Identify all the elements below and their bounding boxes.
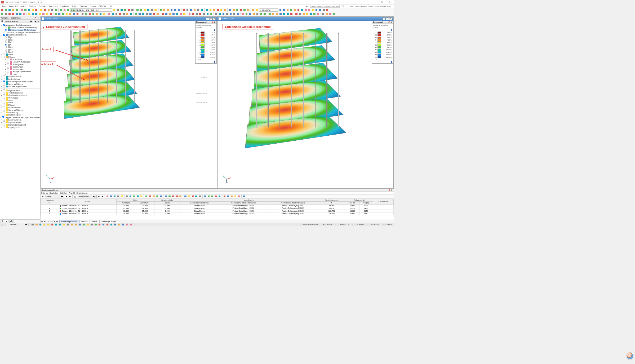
- tb2-btn-46[interactable]: [176, 12, 179, 16]
- navigator-close-icon[interactable]: ✕: [37, 17, 39, 19]
- label-b-3[interactable]: Verformung: [8, 97, 18, 99]
- tb2-btn-49[interactable]: [188, 12, 191, 16]
- bt-icon-1[interactable]: [109, 195, 113, 198]
- bt-icon-7[interactable]: [132, 195, 136, 198]
- status-icon-21[interactable]: [114, 223, 117, 226]
- sp-right-close-icon[interactable]: ✕: [390, 21, 392, 23]
- tb1-btn-b22[interactable]: [197, 8, 200, 12]
- bt-icon-31[interactable]: [227, 195, 230, 198]
- th-zoben[interactable]: Zoben [m]: [117, 202, 135, 204]
- radio-3d[interactable]: [5, 26, 7, 29]
- tb2-btn-52[interactable]: [199, 12, 202, 16]
- view-left-canvas[interactable]: Ergebnisse 2D-Berechnung Regelgeschoss 2…: [41, 21, 217, 188]
- label-b-11[interactable]: Rippen - Effektiver Beitrag auf Fläche/S…: [6, 117, 40, 118]
- close-button[interactable]: ✕: [386, 0, 392, 4]
- tb2-btn-33[interactable]: [126, 12, 129, 16]
- bt-icon-19[interactable]: [179, 195, 182, 198]
- legend-slider-top[interactable]: [391, 29, 392, 31]
- status-icon-19[interactable]: [106, 223, 109, 226]
- th-name[interactable]: Name: [59, 199, 117, 204]
- tb1-btn-b2[interactable]: [120, 8, 123, 12]
- label-b-9[interactable]: Abmessung: [8, 112, 18, 113]
- bt-icon-17[interactable]: [171, 195, 175, 198]
- tb2-btn-47[interactable]: [179, 12, 182, 16]
- tb2-btn-9[interactable]: [35, 12, 38, 16]
- status-icon-0[interactable]: [31, 223, 34, 226]
- tb1-btn-b30[interactable]: [228, 8, 232, 12]
- label-o-2[interactable]: Flächenergebnisanpassungen: [8, 81, 33, 82]
- bt-combo-gebaeude[interactable]: Gebäudemodell: [77, 195, 97, 198]
- tb1-btn-2[interactable]: [8, 8, 11, 12]
- label-|u|[interactable]: |u|: [10, 37, 12, 38]
- status-icon-23[interactable]: [122, 223, 125, 226]
- radio-2d[interactable]: [5, 29, 7, 31]
- table-row[interactable]: 7 Zoben : -24.000 m | ΔZ : 3.000 m -24.0…: [41, 204, 394, 207]
- chk-Schnittgrößen[interactable]: [7, 63, 9, 65]
- label-b-14[interactable]: Steifigkeitsmittelpunkt: [8, 124, 26, 126]
- tb2-btn-75[interactable]: [286, 12, 289, 16]
- tb1-btn-16[interactable]: [63, 8, 66, 12]
- maximize-button[interactable]: ☐: [379, 0, 385, 4]
- bt-icon-34[interactable]: [237, 195, 241, 198]
- chk-b-2[interactable]: [3, 94, 5, 96]
- chk-b-3[interactable]: [3, 97, 5, 99]
- radio-uX[interactable]: [5, 39, 7, 41]
- tb1-btn-b36[interactable]: [251, 8, 255, 12]
- tb2-btn-35[interactable]: [134, 12, 137, 16]
- menu-zuordnen[interactable]: Zuordnen: [37, 5, 48, 7]
- menu-berechnen[interactable]: Berechnen: [48, 5, 59, 7]
- chk-b-12[interactable]: [3, 119, 5, 121]
- menu-einfuegen[interactable]: Einfügen: [28, 5, 38, 7]
- tb1-btn-4[interactable]: [15, 8, 18, 12]
- tb2-btn-58[interactable]: [222, 12, 225, 16]
- bottom-pin-icon[interactable]: 📌: [388, 189, 390, 191]
- tb2-btn-87[interactable]: [332, 12, 336, 16]
- tab-nav-first[interactable]: ⏮: [41, 220, 43, 223]
- view-left-min-button[interactable]: ─: [206, 17, 209, 20]
- bt-icon-21[interactable]: [187, 195, 190, 198]
- bt-icon-8[interactable]: [136, 195, 139, 198]
- tb2-btn-6[interactable]: [22, 12, 25, 16]
- label-b-0[interactable]: Ergebniswerte: [8, 90, 20, 91]
- legend-slider-bottom[interactable]: [391, 61, 392, 63]
- tb1-btn-c4[interactable]: [293, 8, 296, 12]
- status-icon-4[interactable]: [47, 223, 50, 226]
- label-b-5[interactable]: Stäbe: [8, 102, 13, 104]
- menu-datei[interactable]: Datei: [1, 5, 8, 7]
- tb1-btn-b25[interactable]: [209, 8, 212, 12]
- bt-icon-2[interactable]: [113, 195, 116, 198]
- status-icon-11[interactable]: [74, 223, 77, 226]
- status-icon-15[interactable]: [90, 223, 93, 226]
- tab-nav-prev[interactable]: ◀: [43, 220, 46, 223]
- tb1-btn-b4[interactable]: [127, 8, 130, 12]
- tb2-btn-57[interactable]: [218, 12, 221, 16]
- tb1-btn-10[interactable]: [40, 8, 43, 12]
- bt-icon-12[interactable]: [152, 195, 155, 198]
- tb1-btn-b34[interactable]: [243, 8, 246, 12]
- bt-icon-9[interactable]: [140, 195, 143, 198]
- sp-left-pin-icon[interactable]: 📌: [211, 21, 214, 23]
- tb2-btn-56[interactable]: [215, 12, 218, 16]
- label-b-10[interactable]: Darstellungsart: [8, 114, 21, 116]
- bt-icon-30[interactable]: [223, 195, 226, 198]
- bp-menu-Einstellungen[interactable]: Einstellungen: [77, 192, 87, 194]
- status-icon-8[interactable]: [63, 223, 66, 226]
- tb2-btn-7[interactable]: [27, 12, 30, 16]
- tb1-btn-12[interactable]: [47, 8, 50, 12]
- tb2-btn-0[interactable]: [1, 12, 4, 16]
- tb1-btn-b24[interactable]: [205, 8, 208, 12]
- label-φY[interactable]: φY: [10, 49, 13, 51]
- tb1-btn-b21[interactable]: [193, 8, 196, 12]
- tb2-btn-80[interactable]: [306, 12, 309, 16]
- tb2-btn-25[interactable]: [95, 12, 99, 16]
- tb1-btn-b31[interactable]: [232, 8, 235, 12]
- chk-o-0[interactable]: [3, 76, 5, 78]
- label-b-4[interactable]: Linien: [8, 99, 13, 101]
- tb2-btn-5[interactable]: [19, 12, 22, 16]
- chk-b-9[interactable]: [3, 112, 5, 114]
- label-Lokale Verformungen[interactable]: Lokale Verformungen: [13, 61, 30, 63]
- tb2-btn-36[interactable]: [138, 12, 141, 16]
- label-o-3[interactable]: Werte an Flächen: [8, 83, 23, 85]
- tb2-btn-53[interactable]: [202, 12, 206, 16]
- nav-tab-view[interactable]: 👁: [5, 220, 9, 223]
